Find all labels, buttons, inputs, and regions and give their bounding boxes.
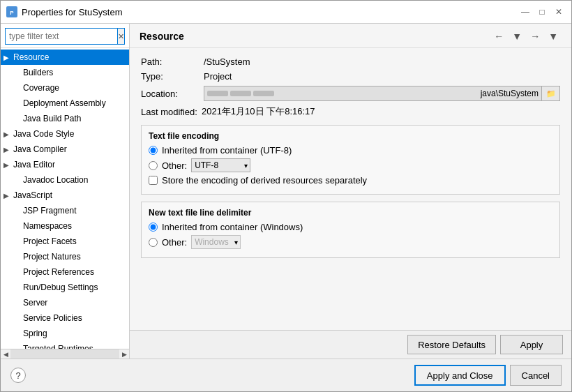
text-encoding-section: Text file encoding Inherited from contai… xyxy=(141,125,560,195)
footer-bar: ? Apply and Close Cancel xyxy=(1,359,571,391)
tree-item-java-code-style[interactable]: ▶Java Code Style xyxy=(1,126,129,142)
path-value: /StuSystem xyxy=(204,56,250,67)
title-controls: — □ ✕ xyxy=(518,5,566,19)
location-label: Location: xyxy=(141,89,204,99)
other-encoding-row: Other: UTF-8 UTF-16 ISO-8859-1 xyxy=(149,158,552,172)
tree-label-java-code-style: Java Code Style xyxy=(13,129,74,139)
inherited-encoding-row: Inherited from container (UTF-8) xyxy=(149,145,552,156)
nav-dropdown-button[interactable]: ▼ xyxy=(509,29,525,43)
tree-item-jsp-fragment[interactable]: JSP Fragment xyxy=(1,203,129,218)
tree-label-project-natures: Project Natures xyxy=(23,252,81,262)
type-row: Type: Project xyxy=(141,71,560,82)
tree-arrow-java-editor: ▶ xyxy=(3,161,13,169)
tree-item-deployment-assembly[interactable]: Deployment Assembly xyxy=(1,96,129,111)
path-label: Path: xyxy=(141,56,204,67)
inherited-line-row: Inherited from container (Windows) xyxy=(149,222,552,232)
window-title: Properties for StuSystem xyxy=(22,7,123,17)
tree-item-project-natures[interactable]: Project Natures xyxy=(1,249,129,264)
tree-label-project-facets: Project Facets xyxy=(23,236,77,246)
encoding-dropdown[interactable]: UTF-8 UTF-16 ISO-8859-1 xyxy=(191,158,250,172)
location-row: Location: java\StuSystem 📁 xyxy=(141,86,560,101)
other-line-radio[interactable] xyxy=(149,238,158,247)
restore-defaults-button[interactable]: Restore Defaults xyxy=(407,335,496,354)
type-label: Type: xyxy=(141,71,204,82)
line-dropdown-wrap: Windows Unix Mac xyxy=(191,235,241,249)
maximize-button[interactable]: □ xyxy=(535,5,549,19)
last-modified-row: Last modified: 2021年1月10日 下午8:16:17 xyxy=(141,105,560,118)
close-button[interactable]: ✕ xyxy=(552,5,566,19)
tree-item-javadoc-location[interactable]: Javadoc Location xyxy=(1,172,129,188)
search-box: ✕ xyxy=(1,24,129,48)
tree-label-deployment-assembly: Deployment Assembly xyxy=(23,98,106,108)
horizontal-scrollbar: ◀ ▶ xyxy=(1,349,129,359)
scroll-left-arrow[interactable]: ◀ xyxy=(1,349,10,359)
store-encoding-checkbox[interactable] xyxy=(149,176,158,185)
right-panel: Resource ← ▼ → ▼ Path: /StuSystem Type: … xyxy=(130,24,571,359)
tree-item-builders[interactable]: Builders xyxy=(1,65,129,80)
tree-item-resource[interactable]: ▶Resource xyxy=(1,50,129,65)
tree-item-service-policies[interactable]: Service Policies xyxy=(1,310,129,326)
tree-item-project-facets[interactable]: Project Facets xyxy=(1,234,129,249)
location-dot-1 xyxy=(207,91,228,96)
tree-arrow-resource: ▶ xyxy=(3,54,13,61)
right-header: Resource ← ▼ → ▼ xyxy=(130,24,571,48)
scroll-right-arrow[interactable]: ▶ xyxy=(119,349,129,359)
tree-label-targeted-runtimes: Targeted Runtimes xyxy=(23,344,93,349)
tree-label-server: Server xyxy=(23,298,47,308)
scroll-track xyxy=(10,349,119,359)
left-panel: ✕ ▶ResourceBuildersCoverageDeployment As… xyxy=(1,24,130,359)
tree-arrow-java-code-style: ▶ xyxy=(3,130,13,138)
search-input[interactable] xyxy=(5,28,118,45)
last-modified-value: 2021年1月10日 下午8:16:17 xyxy=(202,105,315,118)
tree-label-java-compiler: Java Compiler xyxy=(13,144,67,154)
other-encoding-label: Other: xyxy=(162,160,187,171)
tree-label-javascript: JavaScript xyxy=(13,190,52,200)
cancel-button[interactable]: Cancel xyxy=(510,365,562,386)
tree-item-javascript[interactable]: ▶JavaScript xyxy=(1,188,129,203)
nav-forward-button[interactable]: → xyxy=(527,29,543,43)
location-end: java\StuSystem xyxy=(481,89,539,98)
footer-left: ? xyxy=(10,368,26,383)
tree-item-java-editor[interactable]: ▶Java Editor xyxy=(1,157,129,172)
type-value: Project xyxy=(204,71,232,82)
tree-label-jsp-fragment: JSP Fragment xyxy=(23,206,76,216)
nav-buttons: ← ▼ → ▼ xyxy=(490,29,562,43)
nav-forward-dropdown-button[interactable]: ▼ xyxy=(545,29,562,43)
inherited-encoding-label: Inherited from container (UTF-8) xyxy=(162,145,292,156)
properties-window: P Properties for StuSystem — □ ✕ ✕ ▶Reso… xyxy=(0,0,572,392)
content-area: ✕ ▶ResourceBuildersCoverageDeployment As… xyxy=(1,24,571,359)
tree-item-targeted-runtimes[interactable]: Targeted Runtimes xyxy=(1,341,129,349)
inherited-line-radio[interactable] xyxy=(149,223,158,232)
location-bar: java\StuSystem xyxy=(204,86,542,101)
line-delimiter-section: New text file line delimiter Inherited f… xyxy=(141,202,560,258)
line-delimiter-title: New text file line delimiter xyxy=(149,208,552,218)
tree-label-service-policies: Service Policies xyxy=(23,313,82,323)
minimize-button[interactable]: — xyxy=(518,5,532,19)
tree-label-project-references: Project References xyxy=(23,267,94,277)
location-dot-2 xyxy=(230,91,251,96)
tree-item-spring[interactable]: Spring xyxy=(1,326,129,341)
tree-item-server[interactable]: Server xyxy=(1,295,129,310)
tree-label-builders: Builders xyxy=(23,68,53,77)
title-bar-left: P Properties for StuSystem xyxy=(6,6,123,17)
tree-item-java-compiler[interactable]: ▶Java Compiler xyxy=(1,142,129,157)
tree-label-coverage: Coverage xyxy=(23,83,59,93)
tree-item-namespaces[interactable]: Namespaces xyxy=(1,218,129,234)
tree-item-project-references[interactable]: Project References xyxy=(1,264,129,280)
inherited-encoding-radio[interactable] xyxy=(149,146,158,155)
apply-and-close-button[interactable]: Apply and Close xyxy=(414,365,506,386)
right-panel-title: Resource xyxy=(140,31,184,42)
tree-item-coverage[interactable]: Coverage xyxy=(1,80,129,96)
other-encoding-radio[interactable] xyxy=(149,161,158,170)
line-dropdown[interactable]: Windows Unix Mac xyxy=(191,235,241,249)
nav-back-button[interactable]: ← xyxy=(490,29,507,43)
tree-item-java-build-path[interactable]: Java Build Path xyxy=(1,111,129,126)
tree-label-java-build-path: Java Build Path xyxy=(23,114,81,123)
search-clear-button[interactable]: ✕ xyxy=(118,28,125,45)
tree-list: ▶ResourceBuildersCoverageDeployment Asse… xyxy=(1,48,129,349)
apply-button[interactable]: Apply xyxy=(500,335,563,354)
tree-label-resource: Resource xyxy=(13,52,49,62)
help-button[interactable]: ? xyxy=(10,368,26,383)
location-browse-button[interactable]: 📁 xyxy=(542,86,560,101)
tree-item-run-debug-settings[interactable]: Run/Debug Settings xyxy=(1,280,129,295)
